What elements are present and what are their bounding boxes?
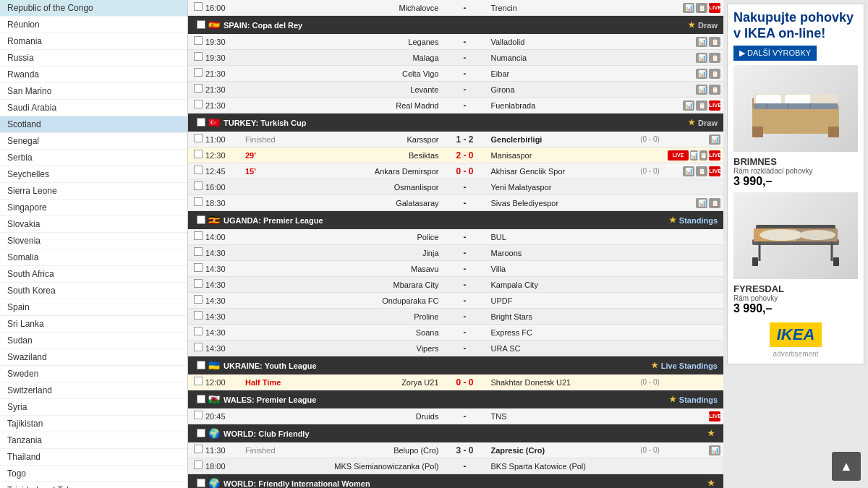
stats-icon[interactable]: 📊 xyxy=(690,150,698,160)
sidebar-item-thailand[interactable]: Thailand xyxy=(0,449,187,466)
checkbox[interactable] xyxy=(191,295,205,306)
sidebar-item-trinidad[interactable]: Trinidad and Tobago xyxy=(0,482,187,488)
live-icon[interactable]: LIVE xyxy=(709,100,720,111)
checkbox[interactable] xyxy=(191,327,205,338)
match-time: 14:30 xyxy=(205,281,245,289)
stats-icon[interactable]: 📊 xyxy=(683,166,694,176)
star-icon[interactable]: ★ xyxy=(669,395,676,404)
standings-link-ukraine[interactable]: Live Standings xyxy=(661,361,718,370)
sidebar-item-switzerland[interactable]: Switzerland xyxy=(0,382,187,399)
star-icon[interactable]: ★ xyxy=(669,215,676,225)
sidebar-item-reunion[interactable]: Réunion xyxy=(0,17,187,33)
checkbox[interactable] xyxy=(191,411,205,421)
live-icon[interactable]: LIVE xyxy=(709,150,720,160)
sidebar-item-togo[interactable]: Togo xyxy=(0,466,187,482)
sidebar-item-spain[interactable]: Spain xyxy=(0,299,187,316)
live-icon[interactable]: LIVE xyxy=(709,3,720,13)
sidebar-item-san-marino[interactable]: San Marino xyxy=(0,83,187,100)
stats-icon[interactable]: 📊 xyxy=(696,37,707,47)
sidebar-item-slovakia[interactable]: Slovakia xyxy=(0,216,187,233)
checkbox[interactable] xyxy=(191,134,205,145)
table-icon[interactable]: 📋 xyxy=(699,150,707,160)
table-icon[interactable]: 📋 xyxy=(709,69,720,79)
table-icon[interactable]: 📋 xyxy=(709,37,720,47)
match-status: Finished xyxy=(245,446,303,455)
sidebar-item-tajikistan[interactable]: Tajikistan xyxy=(0,416,187,432)
live-icon[interactable]: LIVE xyxy=(709,166,720,176)
table-icon[interactable]: 📋 xyxy=(709,53,720,63)
sidebar-item-scotland[interactable]: Scotland xyxy=(0,116,187,133)
checkbox[interactable] xyxy=(191,36,205,47)
stats-icon[interactable]: 📊 xyxy=(709,445,720,455)
turkey-flag: 🇹🇷 xyxy=(208,117,220,128)
sidebar-item-syria[interactable]: Syria xyxy=(0,399,187,416)
sidebar-item-serbia[interactable]: Serbia xyxy=(0,150,187,166)
table-row: 14:30 Masavu - Villa xyxy=(188,261,723,277)
standings-link-uganda[interactable]: Standings xyxy=(679,216,718,225)
checkbox[interactable] xyxy=(191,68,205,79)
checkbox[interactable] xyxy=(191,461,205,471)
checkbox[interactable] xyxy=(191,84,205,95)
stats-icon[interactable]: 📊 xyxy=(696,85,707,95)
table-icon[interactable]: 📋 xyxy=(696,166,707,176)
table-icon[interactable]: 📋 xyxy=(696,3,707,13)
stats-icon[interactable]: 📊 xyxy=(696,53,707,63)
sidebar-item-republic-of-the-congo[interactable]: Republic of the Congo xyxy=(0,0,187,17)
checkbox[interactable] xyxy=(191,2,205,13)
sidebar-item-sweden[interactable]: Sweden xyxy=(0,366,187,382)
checkbox[interactable] xyxy=(191,343,205,354)
checkbox[interactable] xyxy=(191,150,205,160)
table-icon[interactable]: 📋 xyxy=(696,100,707,111)
checkbox[interactable] xyxy=(191,181,205,192)
sidebar-item-south-africa[interactable]: South Africa xyxy=(0,266,187,283)
stats-icon[interactable]: 📊 xyxy=(709,134,720,145)
live-icon[interactable]: LIVE xyxy=(709,411,720,421)
sidebar-item-saudi-arabia[interactable]: Saudi Arabia xyxy=(0,100,187,116)
sidebar-item-rwanda[interactable]: Rwanda xyxy=(0,67,187,83)
checkbox[interactable] xyxy=(191,263,205,274)
stats-icon[interactable]: 📊 xyxy=(683,3,694,13)
star-icon[interactable]: ★ xyxy=(651,361,658,370)
sidebar-item-singapore[interactable]: Singapore xyxy=(0,200,187,216)
sidebar-item-south-korea[interactable]: South Korea xyxy=(0,283,187,299)
sidebar-item-senegal[interactable]: Senegal xyxy=(0,133,187,150)
livecentre-icon[interactable]: LIVE CENTRE xyxy=(668,150,689,160)
standings-link-wales[interactable]: Standings xyxy=(679,395,718,404)
table-icon[interactable]: 📋 xyxy=(709,198,720,208)
table-row: 12:00 Half Time Zorya U21 0 - 0 Shakhtar… xyxy=(188,374,723,390)
checkbox[interactable] xyxy=(191,445,205,455)
stats-icon[interactable]: 📊 xyxy=(696,69,707,79)
checkbox[interactable] xyxy=(191,311,205,322)
stats-icon[interactable]: 📊 xyxy=(683,100,694,111)
sidebar-item-romania[interactable]: Romania xyxy=(0,33,187,50)
star-icon[interactable]: ★ xyxy=(688,118,695,127)
table-row: 19:30 Leganes - Valladolid 📊 📋 xyxy=(188,34,723,50)
sidebar-item-somalia[interactable]: Somalia xyxy=(0,249,187,266)
checkbox[interactable] xyxy=(191,166,205,176)
checkbox[interactable] xyxy=(191,247,205,258)
table-icon[interactable]: 📋 xyxy=(709,85,720,95)
checkbox[interactable] xyxy=(191,52,205,63)
star-icon[interactable]: ★ xyxy=(707,479,715,488)
match-score: - xyxy=(443,264,487,274)
ad-button[interactable]: ▶ DALŠÍ VÝROBKY xyxy=(733,46,817,61)
checkbox[interactable] xyxy=(191,100,205,111)
sidebar-item-russia[interactable]: Russia xyxy=(0,50,187,67)
sidebar-item-seychelles[interactable]: Seychelles xyxy=(0,166,187,183)
star-icon[interactable]: ★ xyxy=(688,20,695,30)
match-status: Finished xyxy=(245,135,303,144)
ad-panel: Nakupujte pohovky v IKEA on-line! ▶ DALŠ… xyxy=(723,0,868,488)
scroll-up-button[interactable]: ▲ xyxy=(832,452,861,481)
sidebar-item-sri-lanka[interactable]: Sri Lanka xyxy=(0,316,187,333)
checkbox[interactable] xyxy=(191,279,205,290)
stats-icon[interactable]: 📊 xyxy=(696,198,707,208)
sidebar-item-slovenia[interactable]: Slovenia xyxy=(0,233,187,249)
sidebar-item-sierra-leone[interactable]: Sierra Leone xyxy=(0,183,187,200)
star-icon[interactable]: ★ xyxy=(707,429,715,438)
sidebar-item-swaziland[interactable]: Swaziland xyxy=(0,349,187,366)
sidebar-item-tanzania[interactable]: Tanzania xyxy=(0,432,187,449)
sidebar-item-sudan[interactable]: Sudan xyxy=(0,333,187,349)
checkbox[interactable] xyxy=(191,231,205,242)
checkbox[interactable] xyxy=(191,377,205,388)
checkbox[interactable] xyxy=(191,197,205,208)
